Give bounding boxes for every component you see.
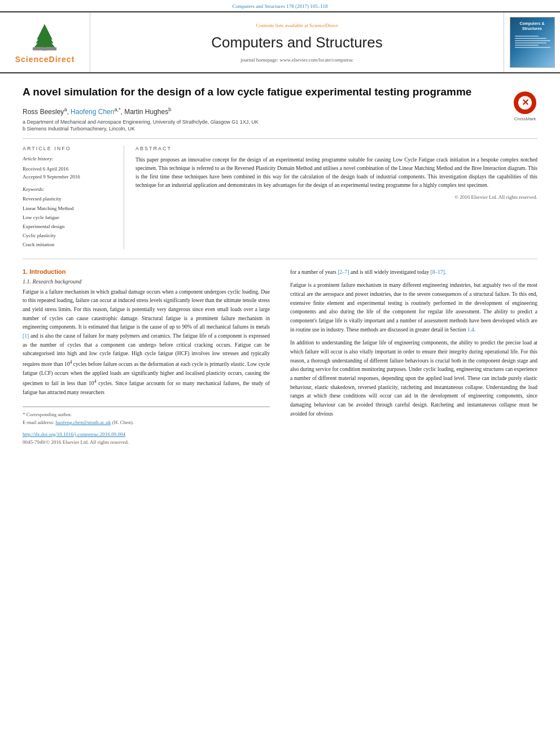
keyword-6: Crack initiation	[23, 240, 115, 249]
sciencedirect-link-text[interactable]: ScienceDirect	[309, 23, 338, 28]
article-title-block: A novel simulation for the design of a l…	[23, 85, 504, 133]
right-col-para-1: for a number of years [2–7] and is still…	[290, 268, 537, 277]
footnote-section: * Corresponding author. E-mail address: …	[23, 407, 270, 447]
journal-main-title: Computers and Structures	[211, 34, 382, 51]
keywords-label: Keywords:	[23, 186, 115, 192]
email-note: E-mail address: haofeng.chen@strath.ac.u…	[23, 418, 270, 426]
affiliation-a: a Department of Mechanical and Aerospace…	[23, 119, 504, 125]
journal-cover-thumbnail: Computers &Structures	[510, 17, 555, 68]
affil-b: b	[168, 107, 171, 112]
issn-text: 0045-7949/© 2016 Elsevier Ltd. All right…	[23, 438, 270, 446]
elsevier-brand: ScienceDirect	[15, 55, 75, 64]
affil-a: a	[64, 107, 67, 112]
keyword-5: Cyclic plasticity	[23, 231, 115, 240]
thumbnail-line	[515, 36, 539, 37]
subsection-1-1-heading: 1.1. Research background	[23, 278, 270, 285]
corresponding-author-note: * Corresponding author.	[23, 410, 270, 418]
thumbnail-line	[515, 45, 539, 46]
article-title-section: A novel simulation for the design of a l…	[23, 73, 537, 138]
author-hughes: Martin Hughes	[124, 108, 168, 116]
article-title: A novel simulation for the design of a l…	[23, 85, 504, 100]
elsevier-tree-icon	[25, 21, 64, 53]
thumbnail-decoration	[513, 34, 552, 49]
ref-2-7[interactable]: [2–7]	[338, 269, 349, 275]
body-left-column: 1. Introduction 1.1. Research background…	[23, 268, 279, 447]
journal-homepage-url: journal homepage: www.elsevier.com/locat…	[240, 57, 353, 63]
ref-1[interactable]: [1]	[23, 333, 29, 339]
affiliation-b: b Siemens Industrial Turbomachinery, Lin…	[23, 126, 504, 132]
copyright-notice: © 2016 Elsevier Ltd. All rights reserved…	[135, 194, 537, 200]
thumbnail-line	[515, 47, 550, 48]
ref-section-1-4[interactable]: 1.4	[467, 327, 474, 333]
journal-ref-link[interactable]: Computers and Structures 178 (2017) 105–…	[233, 3, 328, 9]
thumbnail-line	[515, 42, 546, 43]
journal-title-section: Contents lists available at ScienceDirec…	[90, 12, 504, 72]
intro-paragraph-1: Fatigue is a failure mechanism in which …	[23, 288, 270, 397]
article-info-abstract-section: ARTICLE INFO Article history: Received 6…	[23, 138, 537, 250]
elsevier-logo-section: ScienceDirect	[0, 12, 90, 72]
keyword-4: Experimental design	[23, 222, 115, 231]
right-col-para-3: In addition to understanding the fatigue…	[290, 339, 537, 418]
accepted-date: Accepted 9 September 2016	[23, 173, 115, 181]
abstract-header: ABSTRACT	[135, 146, 537, 151]
authors-line: Ross Beesleya, Haofeng Chena,*, Martin H…	[23, 107, 504, 116]
crossmark-logo: ✕ CrossMark	[513, 90, 537, 121]
abstract-text: This paper proposes an innovative concep…	[135, 156, 537, 190]
doi-section: http://dx.doi.org/10.1016/j.compstruc.20…	[23, 430, 270, 438]
journal-thumbnail-section: Computers &Structures	[504, 12, 560, 72]
contents-available: Contents lists available at ScienceDirec…	[256, 23, 338, 28]
author-beesley: Ross Beesley	[23, 108, 64, 116]
section-divider	[23, 259, 537, 259]
right-col-para-2: Fatigue is a prominent failure mechanism…	[290, 281, 537, 334]
body-right-column: for a number of years [2–7] and is still…	[290, 268, 537, 447]
elsevier-logo: ScienceDirect	[15, 21, 75, 64]
affil-a2: a,	[114, 107, 119, 112]
crossmark-icon: ✕	[513, 90, 537, 115]
doi-link[interactable]: http://dx.doi.org/10.1016/j.compstruc.20…	[23, 431, 125, 437]
svg-rect-5	[33, 47, 56, 50]
thumbnail-title-text: Computers &Structures	[520, 21, 545, 31]
journal-header: ScienceDirect Contents lists available a…	[0, 11, 560, 73]
section-1-heading: 1. Introduction	[23, 268, 270, 275]
abstract-col: ABSTRACT This paper proposes an innovati…	[135, 146, 537, 250]
corresponding-marker: *	[119, 107, 121, 112]
article-history-label: Article history:	[23, 156, 115, 161]
main-content: A novel simulation for the design of a l…	[0, 73, 560, 446]
keyword-2: Linear Matching Method	[23, 204, 115, 213]
article-info-header: ARTICLE INFO	[23, 146, 115, 151]
svg-text:✕: ✕	[522, 98, 529, 107]
ref-8-17[interactable]: [8–17]	[431, 269, 445, 275]
keyword-1: Reversed plasticity	[23, 194, 115, 203]
author-email-link[interactable]: haofeng.chen@strath.ac.uk	[55, 420, 111, 425]
thumbnail-line	[515, 40, 550, 41]
body-section: 1. Introduction 1.1. Research background…	[23, 268, 537, 447]
keyword-3: Low cycle fatigue	[23, 213, 115, 222]
received-date: Received 6 April 2016	[23, 165, 115, 173]
journal-reference: Computers and Structures 178 (2017) 105–…	[0, 0, 560, 11]
article-info-col: ARTICLE INFO Article history: Received 6…	[23, 146, 124, 250]
thumbnail-line	[515, 38, 546, 39]
author-chen: Haofeng Chen	[71, 108, 114, 116]
